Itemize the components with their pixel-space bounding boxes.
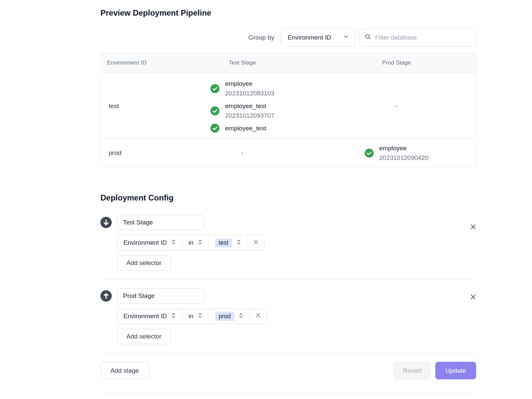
stage-divider (100, 279, 476, 280)
updown-chevron-icon (236, 238, 241, 248)
success-check-icon (365, 149, 374, 158)
environment-cell: prod (101, 139, 168, 167)
remove-stage-button[interactable] (468, 292, 478, 302)
add-stage-button[interactable]: Add stage (100, 362, 149, 379)
stage-section-test: Environment ID in test Add selector (100, 215, 476, 280)
page-title: Preview Deployment Pipeline (100, 0, 476, 18)
selector-value-tag: prod (215, 312, 234, 321)
selector-operator-select[interactable]: in (183, 309, 209, 324)
selector-rule: Environment ID in prod (117, 309, 267, 324)
group-by-label: Group by (248, 34, 274, 41)
database-version: 20231012083103 (225, 88, 274, 98)
add-selector-button[interactable]: Add selector (117, 329, 171, 344)
stage-name-input[interactable] (117, 215, 204, 230)
pipeline-controls: Group by Environment ID (100, 28, 476, 47)
stage-divider (100, 353, 476, 353)
main-content: Preview Deployment Pipeline Group by Env… (100, 0, 476, 392)
database-version: 20231012093707 (225, 111, 274, 120)
database-name: employee_test (225, 123, 266, 133)
updown-chevron-icon (198, 312, 203, 321)
column-header-environment-id: Environment ID (101, 53, 168, 73)
table-row-prod: prod - employee 20231012090420 (101, 139, 476, 167)
database-name: employee (225, 79, 274, 88)
search-icon (364, 33, 371, 42)
group-by-dropdown-value: Environment ID (288, 34, 331, 41)
test-stage-cell-empty: - (168, 139, 317, 167)
selector-operator-select[interactable]: in (183, 235, 209, 250)
prod-stage-cell: employee 20231012090420 (317, 139, 476, 167)
chevron-down-icon (343, 33, 349, 42)
success-check-icon (210, 106, 219, 115)
revert-button[interactable]: Revert (394, 362, 431, 379)
arrow-up-circle-icon (100, 290, 112, 302)
close-icon (469, 293, 477, 302)
deployment-config-title: Deployment Config (100, 193, 476, 203)
config-actions: Add stage Revert Update (100, 362, 476, 379)
close-icon (252, 238, 259, 247)
column-header-prod-stage: Prod Stage (317, 53, 476, 73)
selector-rule: Environment ID in test (117, 235, 264, 250)
selector-value-select[interactable]: prod (209, 309, 250, 324)
updown-chevron-icon (171, 238, 176, 248)
database-item: employee_test 20231012093707 (210, 101, 274, 120)
close-icon (255, 312, 262, 321)
stage-name-input[interactable] (117, 288, 204, 304)
selector-value-select[interactable]: test (209, 235, 248, 250)
database-item: employee 20231012083103 (210, 79, 274, 98)
selector-key-select[interactable]: Environment ID (117, 309, 183, 324)
add-selector-button[interactable]: Add selector (117, 255, 171, 271)
stage-section-prod: Environment ID in prod Add selector (100, 288, 476, 353)
remove-selector-button[interactable] (248, 235, 264, 250)
updown-chevron-icon (198, 238, 203, 248)
filter-database-box (359, 28, 476, 47)
success-check-icon (210, 84, 219, 93)
pipeline-table: Environment ID Test Stage Prod Stage tes… (100, 53, 476, 167)
close-icon (469, 223, 477, 232)
environment-cell: test (101, 73, 168, 139)
remove-stage-button[interactable] (468, 222, 478, 232)
filter-database-input[interactable] (375, 34, 471, 41)
prod-stage-cell-empty: - (317, 73, 476, 139)
selector-key-select[interactable]: Environment ID (117, 235, 183, 250)
updown-chevron-icon (238, 312, 244, 321)
bottom-divider (100, 392, 476, 392)
selector-value-tag: test (215, 238, 232, 247)
database-item: employee_test (210, 123, 266, 133)
success-check-icon (210, 124, 219, 133)
database-name: employee (379, 143, 429, 153)
database-item: employee 20231012090420 (365, 143, 429, 163)
test-stage-cell: employee 20231012083103 employee_test 20… (168, 73, 317, 139)
update-button[interactable]: Update (435, 362, 476, 379)
arrow-down-circle-icon (100, 217, 112, 228)
updown-chevron-icon (171, 312, 176, 321)
remove-selector-button[interactable] (250, 309, 266, 324)
database-version: 20231012090420 (379, 153, 429, 163)
table-row-test: test employee 20231012083103 employee_te… (101, 73, 476, 139)
pipeline-table-header: Environment ID Test Stage Prod Stage (101, 53, 476, 73)
group-by-dropdown[interactable]: Environment ID (281, 28, 355, 47)
database-name: employee_test (225, 101, 274, 111)
column-header-test-stage: Test Stage (168, 53, 317, 73)
